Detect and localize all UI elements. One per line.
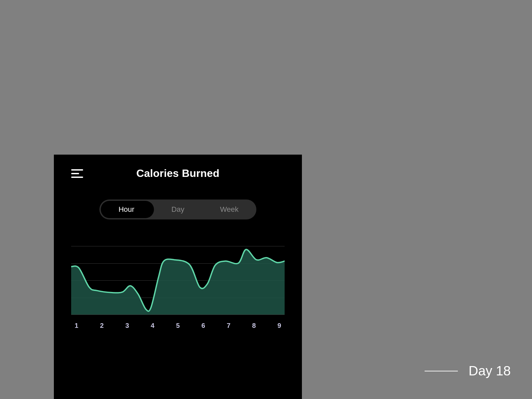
- x-tick-label: 9: [276, 322, 283, 330]
- footer-label: Day 18: [468, 363, 511, 378]
- x-tick-label: 7: [225, 322, 232, 330]
- segmented-option-week[interactable]: Week: [203, 205, 255, 214]
- chart-container: 123456789: [71, 246, 285, 330]
- x-tick-label: 2: [98, 322, 105, 330]
- time-range-segmented[interactable]: Hour Day Week: [99, 200, 256, 219]
- x-tick-label: 4: [149, 322, 156, 330]
- x-tick-label: 8: [251, 322, 257, 330]
- page-title: Calories Burned: [71, 167, 285, 180]
- x-tick-label: 5: [175, 322, 181, 330]
- footer-rule: [425, 371, 458, 371]
- segmented-option-day[interactable]: Day: [152, 205, 204, 214]
- chart-gridline: [71, 315, 285, 315]
- chart-x-axis: 123456789: [71, 322, 285, 330]
- x-tick-label: 1: [73, 322, 80, 330]
- footer: Day 18: [425, 363, 511, 378]
- x-tick-label: 6: [200, 322, 206, 330]
- calories-area-chart: [71, 246, 285, 315]
- segmented-option-hour[interactable]: Hour: [101, 205, 152, 214]
- app-header: Calories Burned: [54, 155, 302, 182]
- app-card: Calories Burned Hour Day Week 123456789: [54, 155, 302, 399]
- x-tick-label: 3: [124, 322, 131, 330]
